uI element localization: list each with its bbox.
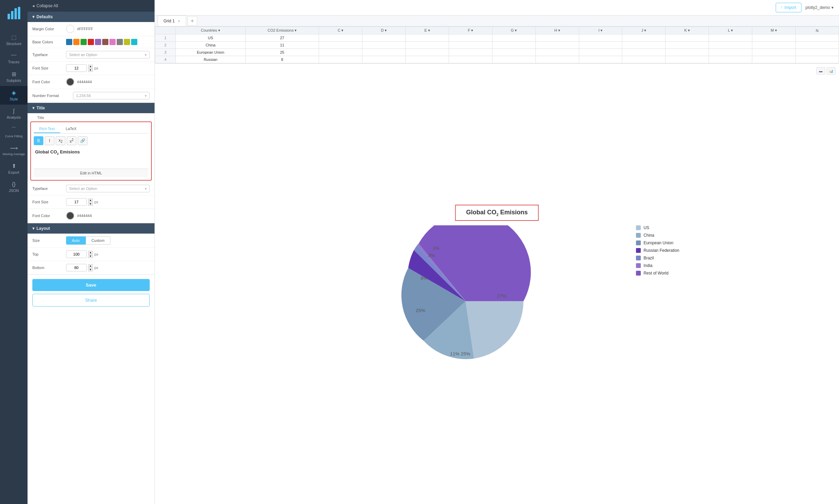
cell-country-4[interactable]: Russian xyxy=(176,56,246,63)
cell-country-3[interactable]: European Union xyxy=(176,49,246,56)
toolbar-italic-btn[interactable]: I xyxy=(45,136,54,145)
font-size-down-defaults[interactable]: ▼ xyxy=(88,68,93,72)
top-up-btn[interactable]: ▲ xyxy=(88,251,93,254)
title-text-content[interactable]: Global CO2 Emisions xyxy=(34,148,148,169)
margin-color-swatch[interactable] xyxy=(66,25,74,33)
collapse-all-header[interactable]: ◂ Collapse All xyxy=(28,0,155,12)
bottom-up-btn[interactable]: ▲ xyxy=(88,264,93,268)
cell-m-4[interactable] xyxy=(752,56,796,63)
col-header-h[interactable]: H ▾ xyxy=(535,27,579,34)
cell-d-3[interactable] xyxy=(362,49,406,56)
cell-k-3[interactable] xyxy=(666,49,709,56)
sidebar-item-style[interactable]: ◈ Style xyxy=(0,86,28,105)
cell-f-4[interactable] xyxy=(449,56,492,63)
font-color-swatch-defaults[interactable] xyxy=(66,78,74,86)
cell-k-1[interactable] xyxy=(666,34,709,42)
cell-e-1[interactable] xyxy=(406,34,449,42)
font-size-up-defaults[interactable]: ▲ xyxy=(88,65,93,68)
col-header-l[interactable]: L ▾ xyxy=(709,27,752,34)
bottom-down-btn[interactable]: ▼ xyxy=(88,268,93,271)
cell-f-3[interactable] xyxy=(449,49,492,56)
cell-l-1[interactable] xyxy=(709,34,752,42)
color-swatch-6[interactable] xyxy=(102,39,108,45)
cell-n-4[interactable] xyxy=(796,56,839,63)
cell-h-2[interactable] xyxy=(535,42,579,49)
cell-g-4[interactable] xyxy=(492,56,535,63)
mode-bar-chart-btn[interactable]: 📊 xyxy=(827,67,836,75)
cell-g-1[interactable] xyxy=(492,34,535,42)
cell-co2-4[interactable]: 8 xyxy=(245,56,319,63)
font-color-swatch-title[interactable] xyxy=(66,212,74,220)
cell-e-4[interactable] xyxy=(406,56,449,63)
cell-j-3[interactable] xyxy=(622,49,666,56)
sidebar-item-json[interactable]: {} JSON xyxy=(0,178,28,196)
number-format-select[interactable]: 1,234.56 ▾ xyxy=(73,92,150,99)
user-menu[interactable]: plotly2_demo ▾ xyxy=(806,5,833,10)
cell-i-3[interactable] xyxy=(579,49,622,56)
cell-g-2[interactable] xyxy=(492,42,535,49)
font-size-down-title[interactable]: ▼ xyxy=(88,202,93,206)
col-header-g[interactable]: G ▾ xyxy=(492,27,535,34)
cell-e-2[interactable] xyxy=(406,42,449,49)
sidebar-item-moving-average[interactable]: ⟿ Moving Average xyxy=(0,141,28,159)
col-header-e[interactable]: E ▾ xyxy=(406,27,449,34)
cell-k-2[interactable] xyxy=(666,42,709,49)
pie-segment-us[interactable] xyxy=(466,301,523,359)
color-swatch-1[interactable] xyxy=(66,39,72,45)
cell-country-2[interactable]: China xyxy=(176,42,246,49)
cell-i-4[interactable] xyxy=(579,56,622,63)
sidebar-item-analysis[interactable]: ∫ Analysis xyxy=(0,105,28,123)
cell-g-3[interactable] xyxy=(492,49,535,56)
toolbar-link-btn[interactable]: 🔗 xyxy=(78,136,87,145)
sidebar-item-export[interactable]: ⬆ Export xyxy=(0,159,28,178)
cell-m-2[interactable] xyxy=(752,42,796,49)
cell-l-4[interactable] xyxy=(709,56,752,63)
col-header-co2[interactable]: CO2 Emissions ▾ xyxy=(245,27,319,34)
cell-d-1[interactable] xyxy=(362,34,406,42)
cell-co2-2[interactable]: 11 xyxy=(245,42,319,49)
share-button[interactable]: Share xyxy=(32,294,150,307)
defaults-section-header[interactable]: ▾ Defaults xyxy=(28,12,155,22)
typeface-select-title[interactable]: Select an Option ▾ xyxy=(66,185,150,192)
tab-latex[interactable]: LaTeX xyxy=(60,125,82,133)
cell-co2-3[interactable]: 25 xyxy=(245,49,319,56)
tab-rich-text[interactable]: Rich Text xyxy=(34,125,60,133)
color-swatch-10[interactable] xyxy=(131,39,137,45)
cell-m-1[interactable] xyxy=(752,34,796,42)
cell-j-4[interactable] xyxy=(622,56,666,63)
cell-c-3[interactable] xyxy=(319,49,362,56)
edit-html-btn[interactable]: Edit in HTML xyxy=(34,169,148,177)
col-header-f[interactable]: F ▾ xyxy=(449,27,492,34)
sidebar-item-curve-fitting[interactable]: ⌒ Curve Fitting xyxy=(0,123,28,141)
col-header-k[interactable]: K ▾ xyxy=(666,27,709,34)
cell-co2-1[interactable]: 27 xyxy=(245,34,319,42)
sidebar-item-structure[interactable]: ⬚ Structure xyxy=(0,31,28,49)
cell-h-4[interactable] xyxy=(535,56,579,63)
cell-m-3[interactable] xyxy=(752,49,796,56)
toolbar-bold-btn[interactable]: B xyxy=(34,136,43,145)
cell-f-2[interactable] xyxy=(449,42,492,49)
cell-n-1[interactable] xyxy=(796,34,839,42)
title-section-header[interactable]: ▾ Title xyxy=(28,103,155,113)
cell-c-2[interactable] xyxy=(319,42,362,49)
grid-add-tab-btn[interactable]: + xyxy=(188,16,197,26)
sidebar-item-subplots[interactable]: ⊞ Subplots xyxy=(0,67,28,86)
typeface-select-defaults[interactable]: Select an Option ▾ xyxy=(66,51,150,58)
cell-n-2[interactable] xyxy=(796,42,839,49)
color-swatch-8[interactable] xyxy=(117,39,123,45)
grid-tab-1[interactable]: Grid 1 ✕ xyxy=(158,15,186,26)
col-header-d[interactable]: D ▾ xyxy=(362,27,406,34)
cell-i-1[interactable] xyxy=(579,34,622,42)
color-swatch-9[interactable] xyxy=(124,39,130,45)
cell-j-2[interactable] xyxy=(622,42,666,49)
cell-h-3[interactable] xyxy=(535,49,579,56)
top-down-btn[interactable]: ▼ xyxy=(88,255,93,258)
color-swatch-2[interactable] xyxy=(73,39,79,45)
cell-h-1[interactable] xyxy=(535,34,579,42)
cell-l-3[interactable] xyxy=(709,49,752,56)
size-custom-btn[interactable]: Custom xyxy=(86,236,110,245)
cell-d-4[interactable] xyxy=(362,56,406,63)
mode-bar-toggle-btn[interactable]: ▬ xyxy=(816,67,825,75)
font-size-up-title[interactable]: ▲ xyxy=(88,199,93,202)
col-header-n[interactable]: N xyxy=(796,27,839,34)
